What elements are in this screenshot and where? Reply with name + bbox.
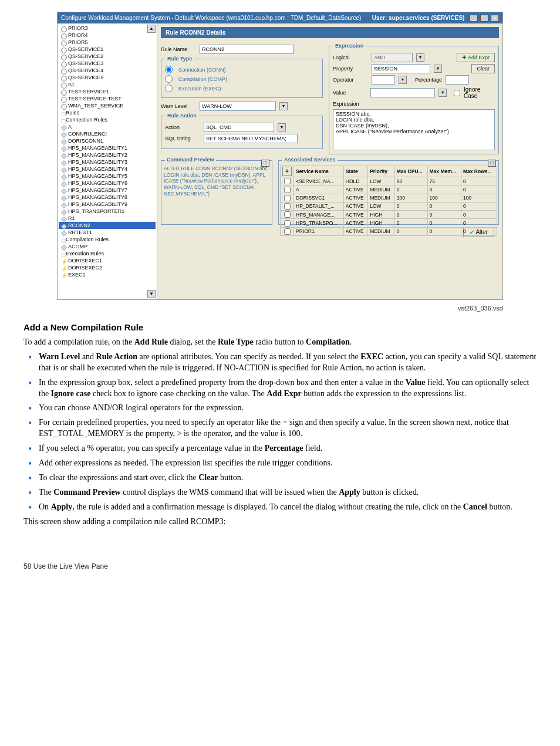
nav-tree[interactable]: ▲ ▼ PRIOR3PRIOR4PRIOR5QS-SERVICE1QS-SERV… [58, 23, 157, 299]
operator-select[interactable] [372, 75, 395, 85]
clear-button[interactable]: Clear [471, 64, 495, 73]
value-label: Value [333, 90, 367, 96]
tree-item[interactable]: R1 [59, 215, 156, 222]
tree-item[interactable]: HPS_MANAGEABILITY6 [59, 180, 156, 187]
tree-item[interactable]: HPS_MANAGEABILITY7 [59, 187, 156, 194]
tree-item[interactable]: Execution Rules [59, 250, 156, 257]
table-row[interactable]: <SERVICE_NA...HOLDLOW80750 [281, 177, 497, 185]
tree-item[interactable]: RCONN2 [59, 222, 156, 229]
table-header[interactable]: Service Name [294, 166, 344, 177]
exec-radio[interactable] [165, 85, 173, 92]
table-row[interactable]: DORISSVC1ACTIVEMEDIUM100100100 [281, 194, 497, 202]
rule-type-group: Rule Type Connection (CONN) Compilation … [161, 56, 323, 98]
maximize-icon[interactable]: □ [480, 15, 488, 22]
tree-item[interactable]: DORISEXEC1 [59, 257, 156, 264]
tree-item[interactable]: WMA_TEST_SERVICE [59, 102, 156, 109]
conn-radio[interactable] [165, 66, 173, 73]
row-checkbox[interactable] [284, 228, 291, 235]
sql-string-input[interactable] [204, 134, 298, 143]
warn-level-select[interactable] [200, 102, 276, 111]
comp-radio[interactable] [165, 75, 173, 83]
tree-item[interactable]: HPS_MANAGEABILITY2 [59, 151, 156, 158]
tree-item[interactable]: HPS_MANAGEABILITY5 [59, 173, 156, 180]
table-row[interactable]: HPS_TRANSPO...ACTIVEHIGH000 [281, 219, 497, 227]
chevron-down-icon[interactable]: ▼ [399, 76, 407, 84]
expression-legend: Expression [333, 43, 366, 49]
expr-list-label: Expression [333, 101, 368, 107]
tree-item[interactable]: QS-SERVICE2 [59, 53, 156, 60]
table-header[interactable]: Max Mem... [427, 166, 461, 177]
row-checkbox[interactable] [284, 220, 291, 227]
tree-item[interactable]: PRIOR4 [59, 32, 156, 39]
tree-item[interactable]: HPS_MANAGEABILITY4 [59, 166, 156, 173]
maximize-icon[interactable]: □ [261, 160, 269, 167]
minimize-icon[interactable]: _ [470, 15, 478, 22]
row-checkbox[interactable] [284, 203, 291, 210]
add-expr-button[interactable]: ✚ Add Expr [457, 53, 495, 62]
table-header[interactable]: + [281, 166, 294, 177]
tree-item[interactable]: QS-SERVICE4 [59, 67, 156, 74]
tree-item[interactable]: HPS_TRANSPORTER1 [59, 208, 156, 215]
table-row[interactable]: HPS_MANAGE...ACTIVEHIGH000 [281, 211, 497, 219]
value-input[interactable] [370, 88, 435, 97]
chevron-down-icon[interactable]: ▼ [278, 123, 286, 131]
ignore-case-checkbox[interactable] [454, 90, 460, 96]
tree-item[interactable]: RRTEST1 [59, 229, 156, 236]
table-row[interactable]: PRIOR1ACTIVEMEDIUM000 [281, 227, 497, 235]
tree-item[interactable]: QS-SERVICE3 [59, 60, 156, 67]
doc-bullet: In the expression group box, select a pr… [39, 377, 537, 400]
tree-item[interactable]: PRIOR3 [59, 25, 156, 32]
tree-item[interactable]: CONNRULENCI [59, 130, 156, 137]
table-row[interactable]: HP_DEFAULT_...ACTIVELOW000 [281, 202, 497, 210]
tree-item[interactable]: Connection Rules [59, 116, 156, 123]
chevron-down-icon[interactable]: ▼ [279, 102, 288, 110]
tree-item[interactable]: S1 [59, 81, 156, 88]
row-checkbox[interactable] [284, 195, 291, 201]
tree-item[interactable]: DORISEXEC2 [59, 264, 156, 271]
tree-item[interactable]: QS-SERVICE5 [59, 74, 156, 81]
row-checkbox[interactable] [284, 211, 291, 218]
doc-bullet: For certain predefined properties, you n… [39, 417, 537, 440]
tree-item[interactable]: Rules [59, 109, 156, 116]
doc-intro: To add a compilation rule, on the Add Ru… [23, 337, 537, 348]
table-header[interactable]: Max CPU... [394, 166, 427, 177]
details-header: Rule RCONN2 Details [161, 27, 499, 38]
table-header[interactable]: Priority [368, 166, 394, 177]
property-select[interactable] [372, 64, 430, 73]
tree-item[interactable]: Compilation Rules [59, 236, 156, 243]
table-header[interactable]: Max Rows... [461, 166, 497, 177]
tree-item[interactable]: TEST-SERVICE1 [59, 88, 156, 95]
doc-bullet: If you select a % operator, you can spec… [39, 443, 537, 454]
command-preview-panel: Command Preview □ ALTER RULE CONN RCONN2… [161, 160, 272, 225]
rule-type-legend: Rule Type [165, 56, 194, 62]
doc-bullet: You can choose AND/OR logical operators … [39, 403, 537, 414]
tree-item[interactable]: HPS_MANAGEABILITY1 [59, 144, 156, 151]
add-service-button[interactable]: + [282, 167, 292, 176]
expression-textarea[interactable]: SESSION abc, LOGIN role.dba, DSN ICASE (… [333, 109, 495, 150]
maximize-icon[interactable]: □ [488, 160, 496, 167]
row-checkbox[interactable] [284, 178, 291, 184]
operator-label: Operator [333, 77, 368, 83]
rule-name-input[interactable] [200, 45, 294, 54]
tree-item[interactable]: HPS_MANAGEABILITY9 [59, 201, 156, 208]
tree-item[interactable]: DORISCONN1 [59, 137, 156, 144]
tree-item[interactable]: PRIOR5 [59, 39, 156, 46]
figure-caption: vst263_036.vsd [57, 305, 503, 312]
tree-item[interactable]: EXEC1 [59, 271, 156, 278]
table-header[interactable]: State [343, 166, 367, 177]
close-icon[interactable]: × [491, 15, 499, 22]
page-footer: 58 Use the Live View Pane [23, 562, 537, 571]
scroll-down-icon[interactable]: ▼ [147, 290, 156, 298]
chevron-down-icon[interactable]: ▼ [434, 65, 442, 73]
tree-item[interactable]: HPS_MANAGEABILITY8 [59, 194, 156, 201]
tree-item[interactable]: HPS_MANAGEABILITY3 [59, 158, 156, 166]
percentage-input[interactable] [446, 75, 469, 85]
tree-item[interactable]: TEST-SERVICE-TEST [59, 95, 156, 102]
tree-item[interactable]: A [59, 123, 156, 130]
row-checkbox[interactable] [284, 187, 291, 193]
tree-item[interactable]: QS-SERVICE1 [59, 46, 156, 53]
tree-item[interactable]: ACOMP [59, 243, 156, 250]
table-row[interactable]: AACTIVEMEDIUM000 [281, 185, 497, 194]
action-select[interactable] [204, 123, 274, 132]
chevron-down-icon[interactable]: ▼ [438, 89, 447, 97]
